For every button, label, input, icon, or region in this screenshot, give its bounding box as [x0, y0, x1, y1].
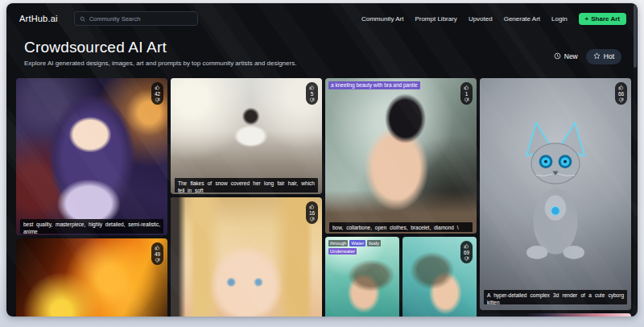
sort-new-label: New: [564, 52, 578, 60]
vote-count: 69: [464, 250, 469, 255]
grid-column-1: 42 best quality, masterpiece, highly det…: [16, 78, 167, 317]
sort-controls: New Hot: [554, 46, 621, 67]
artwork-classroom-image: [171, 78, 322, 194]
search-input[interactable]: [89, 15, 192, 23]
art-card-kneeling[interactable]: a kneeling beauty with bra and pantie 1 …: [325, 78, 477, 234]
thumbs-down-icon[interactable]: [155, 97, 160, 103]
thumbs-up-icon[interactable]: [155, 85, 160, 90]
sort-new-button[interactable]: New: [554, 52, 578, 61]
thumbs-up-icon[interactable]: [309, 204, 315, 209]
prompt-caption[interactable]: bow, collarbone, open clothes, bracelet,…: [329, 222, 473, 232]
thumbs-down-icon[interactable]: [464, 256, 469, 262]
thumbs-down-icon[interactable]: [309, 217, 315, 222]
cyborg-cat-illustration: [507, 92, 604, 293]
artwork-title-highlight[interactable]: a kneeling beauty with bra and pantie: [328, 81, 420, 89]
prompt-caption[interactable]: The flakes of snow covered her long fair…: [175, 178, 318, 192]
nav-prompt-library[interactable]: Prompt Library: [415, 15, 456, 23]
vote-widget: 16: [306, 201, 318, 224]
hero-section: Crowdsourced AI Art Explore AI generated…: [24, 39, 621, 67]
nav-community-art[interactable]: Community Art: [361, 15, 403, 23]
tag[interactable]: body: [367, 240, 381, 246]
scrollbar-thumb[interactable]: [634, 5, 637, 68]
arthub-app-window: ArtHub.ai Community Art Prompt Library U…: [6, 3, 638, 317]
search-icon: [80, 11, 86, 26]
thumbs-up-icon[interactable]: [155, 245, 160, 250]
share-art-label: Share Art: [591, 15, 620, 23]
art-card-blonde-portrait[interactable]: 16: [171, 197, 322, 317]
grid-column-4: 66 A hyper-detailed complex 3d render of…: [480, 78, 631, 317]
vote-widget: 42: [151, 82, 163, 105]
prompt-caption[interactable]: A hyper-detailed complex 3d render of a …: [484, 290, 627, 304]
thumbs-down-icon[interactable]: [464, 97, 469, 103]
vote-widget: 66: [615, 82, 627, 105]
art-card-underwater-left[interactable]: through Water body Underwater: [325, 237, 399, 317]
sort-hot-label: Hot: [604, 52, 614, 60]
grid-subrow: through Water body Underwater 69: [325, 237, 477, 317]
grid-column-2: 5 The flakes of snow covered her long fa…: [171, 78, 322, 317]
tag[interactable]: through: [328, 240, 348, 246]
thumbs-up-icon[interactable]: [464, 243, 469, 249]
vote-count: 66: [618, 91, 624, 97]
thumbs-up-icon[interactable]: [618, 85, 624, 90]
nav-upvoted[interactable]: Upvoted: [469, 15, 493, 23]
art-card-partial[interactable]: [480, 313, 631, 317]
artwork-cyborg-cat-image: [480, 78, 631, 310]
artwork-blonde-portrait-image: [171, 197, 322, 317]
thumbs-down-icon[interactable]: [618, 97, 624, 103]
vote-widget: 1: [460, 82, 473, 105]
thumbs-down-icon[interactable]: [155, 258, 160, 263]
top-navbar: ArtHub.ai Community Art Prompt Library U…: [19, 10, 626, 27]
tag[interactable]: Underwater: [328, 248, 357, 255]
artwork-fire-image: [16, 238, 167, 317]
vote-count: 49: [155, 251, 160, 257]
prompt-caption[interactable]: best quality, masterpiece, highly detail…: [20, 219, 163, 234]
vote-count: 16: [309, 210, 315, 216]
thumbs-down-icon[interactable]: [309, 97, 315, 103]
grid-column-3: a kneeling beauty with bra and pantie 1 …: [325, 78, 477, 317]
sort-hot-button[interactable]: Hot: [586, 49, 621, 64]
tag[interactable]: Water: [349, 240, 365, 246]
scrollbar[interactable]: [634, 5, 637, 315]
art-card-anime-girl[interactable]: 42 best quality, masterpiece, highly det…: [16, 78, 167, 235]
nav-links: Community Art Prompt Library Upvoted Gen…: [361, 13, 626, 25]
share-art-button[interactable]: + Share Art: [579, 13, 626, 25]
nav-generate-art[interactable]: Generate Art: [504, 15, 540, 23]
tag-list: through Water body Underwater: [328, 240, 396, 255]
vote-widget: 49: [151, 242, 163, 265]
art-card-cyborg-cat[interactable]: 66 A hyper-detailed complex 3d render of…: [480, 78, 631, 310]
art-card-underwater-right[interactable]: 69: [402, 237, 477, 317]
artwork-kneeling-image: [325, 78, 477, 234]
art-card-fire[interactable]: 49: [16, 238, 167, 317]
star-icon: [593, 52, 601, 61]
arthub-logo[interactable]: ArtHub.ai: [19, 14, 58, 23]
vote-widget: 69: [460, 241, 473, 263]
community-search-box[interactable]: [74, 11, 198, 26]
page-subtitle: Explore AI generated designs, images, ar…: [24, 60, 296, 67]
thumbs-up-icon[interactable]: [309, 85, 315, 90]
nav-login[interactable]: Login: [551, 15, 568, 23]
plus-icon: +: [585, 15, 589, 23]
vote-count: 5: [311, 91, 314, 97]
artwork-partial-image: [480, 313, 631, 317]
page-title: Crowdsourced AI Art: [24, 39, 296, 56]
thumbs-up-icon[interactable]: [464, 85, 469, 90]
art-grid: 42 best quality, masterpiece, highly det…: [16, 78, 631, 317]
vote-widget: 5: [306, 82, 318, 105]
hero-text: Crowdsourced AI Art Explore AI generated…: [24, 39, 296, 67]
art-card-classroom[interactable]: 5 The flakes of snow covered her long fa…: [171, 78, 322, 194]
vote-count: 42: [155, 91, 160, 97]
clock-icon: [554, 52, 561, 61]
vote-count: 1: [465, 91, 469, 97]
artwork-anime-girl-image: [16, 78, 167, 235]
